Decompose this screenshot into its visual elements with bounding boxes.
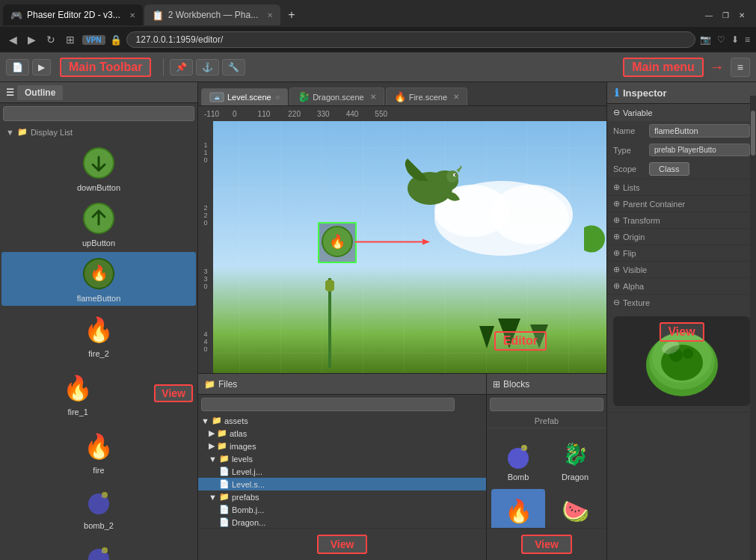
main-toolbar-label: Main Toolbar bbox=[60, 58, 151, 77]
outline-item-fire1[interactable]: 🔥 fire_1 bbox=[4, 366, 151, 419]
svg-point-28 bbox=[491, 185, 573, 244]
outline-item-downButton[interactable]: downButton bbox=[1, 141, 196, 195]
dragon-tab-close[interactable]: ✕ bbox=[370, 93, 376, 101]
file-tree-bombj[interactable]: 📄 Bomb.j... bbox=[198, 503, 486, 516]
prefab-melon[interactable]: 🍉 Melon bbox=[548, 489, 602, 528]
reload-button[interactable]: ↻ bbox=[43, 32, 58, 47]
settings-icon[interactable]: ≡ bbox=[745, 34, 750, 45]
name-value[interactable]: flameButton bbox=[649, 124, 750, 138]
new-file-button[interactable]: 📄 bbox=[6, 59, 29, 76]
svg-point-47 bbox=[683, 348, 693, 359]
file-tree-atlas[interactable]: ▶ 📁 atlas bbox=[198, 427, 486, 440]
back-button[interactable]: ◀ bbox=[6, 32, 20, 47]
prefab-dragon[interactable]: 🐉 Dragon bbox=[548, 433, 602, 486]
ruler-550: 550 bbox=[375, 110, 387, 118]
file-search-input[interactable] bbox=[201, 398, 455, 411]
bombj-label: Bomb.j... bbox=[232, 505, 264, 514]
ruler-330: 330 bbox=[317, 110, 330, 118]
outline-item-bomb2[interactable]: bomb_2 bbox=[1, 479, 196, 533]
outline-item-bomb1[interactable]: bomb_1 bbox=[1, 535, 196, 560]
phaser-tab-close[interactable]: ✕ bbox=[129, 11, 135, 19]
blocks-search-input[interactable] bbox=[490, 398, 603, 411]
file-tree-assets[interactable]: ▼ 📁 assets bbox=[198, 414, 486, 427]
nav-bar: ◀ ▶ ↻ ⊞ VPN 🔒 127.0.0.1:1959/editor/ 📷 ♡… bbox=[0, 27, 756, 52]
tab-bar: 🎮 Phaser Editor 2D - v3... ✕ 📋 2 Workben… bbox=[0, 0, 756, 27]
alpha-label: Alpha bbox=[623, 282, 644, 291]
lists-header[interactable]: ⊕ Lists bbox=[607, 179, 756, 195]
inspector-scrollbar-thumb[interactable] bbox=[751, 111, 755, 156]
outline-item-upButton[interactable]: upButton bbox=[1, 197, 196, 250]
menu-button[interactable]: ≡ bbox=[731, 58, 750, 77]
texture-header[interactable]: ⊖ Texture bbox=[607, 295, 756, 310]
file-tree-prefabs[interactable]: ▼ 📁 prefabs bbox=[198, 490, 486, 503]
collapse-icon[interactable]: ▼ bbox=[6, 128, 14, 137]
prefabs-arrow-icon: ▼ bbox=[209, 493, 217, 502]
scene-tab-fire[interactable]: 🔥 Fire.scene ✕ bbox=[386, 87, 467, 105]
texture-view-label: View bbox=[659, 322, 704, 342]
tab-phaser[interactable]: 🎮 Phaser Editor 2D - v3... ✕ bbox=[3, 4, 143, 25]
type-value[interactable]: prefab PlayerButto bbox=[649, 144, 750, 156]
origin-header[interactable]: ⊕ Origin bbox=[607, 229, 756, 244]
transform-header[interactable]: ⊕ Transform bbox=[607, 212, 756, 228]
files-panel: 📁 Files ▼ 📁 assets bbox=[198, 374, 487, 560]
fire-tab-close[interactable]: ✕ bbox=[453, 93, 459, 101]
bottom-panels: 📁 Files ▼ 📁 assets bbox=[198, 373, 606, 560]
flip-header[interactable]: ⊕ Flip bbox=[607, 245, 756, 261]
new-tab-button[interactable]: + bbox=[282, 8, 301, 22]
play-button[interactable]: ▶ bbox=[32, 59, 51, 76]
alpha-header[interactable]: ⊕ Alpha bbox=[607, 278, 756, 294]
home-button[interactable]: ⊞ bbox=[63, 32, 78, 47]
restore-button[interactable]: ❐ bbox=[720, 10, 731, 20]
transform-section: ⊕ Transform bbox=[607, 212, 756, 229]
scene-tabs: ⛰ Level.scene ○ 🐉 Dragon.scene ✕ 🔥 Fire.… bbox=[198, 82, 606, 106]
editor-canvas[interactable]: -110 0 110 220 330 440 550 110 220 330 4… bbox=[198, 106, 606, 373]
close-button[interactable]: ✕ bbox=[737, 10, 747, 20]
level-scene-label: Level.scene bbox=[227, 93, 271, 102]
tool-pin-button[interactable]: 📌 bbox=[170, 59, 193, 76]
search-input[interactable] bbox=[3, 106, 194, 121]
variable-label: Variable bbox=[623, 108, 653, 117]
tab-workbench[interactable]: 📋 2 Workbench — Pha... ✕ bbox=[144, 4, 281, 25]
download-icon[interactable]: ⬇ bbox=[731, 34, 739, 45]
outline-item-flameButton[interactable]: 🔥 flameButton bbox=[1, 252, 196, 306]
blocks-view-button[interactable]: View bbox=[521, 535, 572, 554]
file-tree-dragon[interactable]: 📄 Dragon... bbox=[198, 516, 486, 528]
tool-wrench-button[interactable]: 🔧 bbox=[222, 59, 245, 76]
scope-class-button[interactable]: Class bbox=[649, 162, 689, 176]
file-tree-levelj[interactable]: 📄 Level.j... bbox=[198, 465, 486, 478]
outline-item-fire[interactable]: 🔥 fire bbox=[1, 424, 196, 478]
transform-label: Transform bbox=[623, 216, 660, 225]
outline-item-fire2[interactable]: 🔥 fire_2 bbox=[1, 307, 196, 361]
visible-header[interactable]: ⊕ Visible bbox=[607, 262, 756, 277]
scene-tab-level[interactable]: ⛰ Level.scene ○ bbox=[201, 88, 288, 105]
dragon-file-icon: 📄 bbox=[219, 517, 230, 527]
file-tree-images[interactable]: ▶ 📁 images bbox=[198, 440, 486, 452]
variable-header[interactable]: ⊖ Variable bbox=[607, 104, 756, 121]
scene-tab-dragon[interactable]: 🐉 Dragon.scene ✕ bbox=[289, 87, 384, 105]
tool-anchor-button[interactable]: ⚓ bbox=[196, 59, 219, 76]
prefab-bomb[interactable]: Bomb bbox=[491, 433, 545, 486]
prefab-fire[interactable]: 🔥 Fire bbox=[491, 489, 545, 528]
workbench-tab-close[interactable]: ✕ bbox=[267, 11, 273, 19]
visible-label: Visible bbox=[623, 265, 647, 274]
file-tree-levels-selected[interactable]: 📄 Level.s... bbox=[198, 478, 486, 490]
heart-icon[interactable]: ♡ bbox=[717, 34, 725, 45]
parent-container-header[interactable]: ⊕ Parent Container bbox=[607, 196, 756, 212]
phaser-tab-label: Phaser Editor 2D - v3... bbox=[27, 10, 120, 20]
file-tree: ▼ 📁 assets ▶ 📁 atlas ▶ 📁 bbox=[198, 395, 486, 528]
main-menu-label: Main menu bbox=[623, 58, 704, 77]
file-tree-levels[interactable]: ▼ 📁 levels bbox=[198, 452, 486, 465]
url-bar[interactable]: 127.0.0.1:1959/editor/ bbox=[126, 31, 695, 48]
levelj-icon: 📄 bbox=[219, 467, 230, 476]
camera-icon[interactable]: 📷 bbox=[700, 34, 711, 45]
files-view-button[interactable]: View bbox=[317, 535, 368, 554]
transform-arrow bbox=[355, 237, 430, 248]
inspector-header: ℹ Inspector bbox=[607, 82, 756, 104]
level-tab-circle: ○ bbox=[276, 93, 280, 101]
levels-file-label: Level.s... bbox=[232, 480, 265, 489]
outline-view-label: View bbox=[154, 384, 193, 402]
minimize-button[interactable]: — bbox=[704, 10, 714, 20]
forward-button[interactable]: ▶ bbox=[25, 32, 39, 47]
outline-tab[interactable]: Outline bbox=[17, 85, 63, 100]
dragon-prefab-icon: 🐉 bbox=[559, 437, 591, 470]
